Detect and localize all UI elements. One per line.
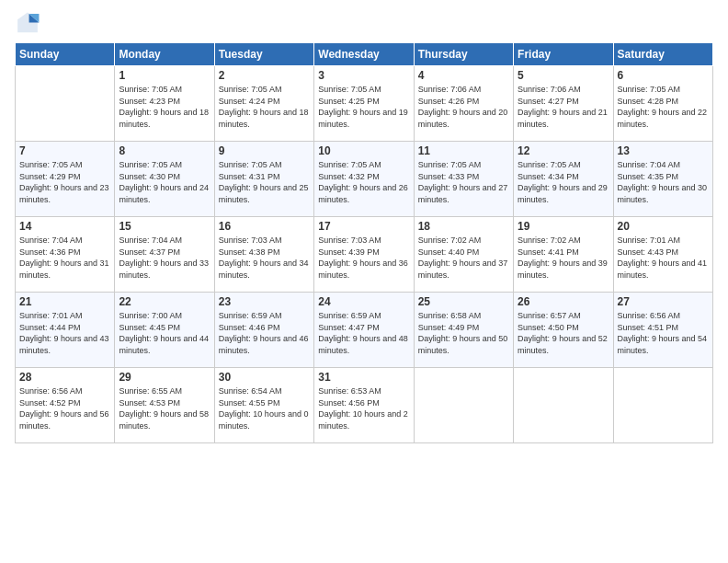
weekday-header-saturday: Saturday [613,43,712,66]
calendar-week-3: 14Sunrise: 7:04 AMSunset: 4:36 PMDayligh… [16,217,713,293]
day-number: 18 [418,220,509,233]
page-container: SundayMondayTuesdayWednesdayThursdayFrid… [0,0,728,451]
calendar-cell: 18Sunrise: 7:02 AMSunset: 4:40 PMDayligh… [414,217,513,293]
day-info: Sunrise: 6:58 AMSunset: 4:49 PMDaylight:… [418,310,509,356]
day-info: Sunrise: 6:57 AMSunset: 4:50 PMDaylight:… [518,310,609,356]
calendar-cell [16,66,115,142]
calendar-cell: 1Sunrise: 7:05 AMSunset: 4:23 PMDaylight… [115,66,214,142]
calendar-cell: 17Sunrise: 7:03 AMSunset: 4:39 PMDayligh… [314,217,414,293]
day-number: 10 [318,144,409,157]
calendar-cell: 30Sunrise: 6:54 AMSunset: 4:55 PMDayligh… [214,368,313,443]
calendar-cell: 14Sunrise: 7:04 AMSunset: 4:36 PMDayligh… [16,217,115,293]
day-number: 29 [119,371,210,384]
calendar-cell: 11Sunrise: 7:05 AMSunset: 4:33 PMDayligh… [414,142,513,217]
day-info: Sunrise: 7:01 AMSunset: 4:44 PMDaylight:… [19,310,110,356]
weekday-header-friday: Friday [514,43,613,66]
day-number: 4 [418,69,509,82]
calendar-cell: 29Sunrise: 6:55 AMSunset: 4:53 PMDayligh… [115,368,214,443]
header-row [15,11,713,37]
calendar-cell: 3Sunrise: 7:05 AMSunset: 4:25 PMDaylight… [314,66,414,142]
calendar-table: SundayMondayTuesdayWednesdayThursdayFrid… [15,42,713,443]
day-number: 6 [618,69,709,82]
day-info: Sunrise: 6:54 AMSunset: 4:55 PMDaylight:… [219,385,310,431]
calendar-cell: 28Sunrise: 6:56 AMSunset: 4:52 PMDayligh… [16,368,115,443]
day-number: 20 [618,220,709,233]
calendar-cell [514,368,613,443]
calendar-week-4: 21Sunrise: 7:01 AMSunset: 4:44 PMDayligh… [16,293,713,368]
day-info: Sunrise: 6:59 AMSunset: 4:47 PMDaylight:… [318,310,409,356]
calendar-cell: 22Sunrise: 7:00 AMSunset: 4:45 PMDayligh… [115,293,214,368]
day-number: 2 [219,69,310,82]
day-number: 1 [119,69,210,82]
day-info: Sunrise: 6:55 AMSunset: 4:53 PMDaylight:… [119,385,210,431]
day-number: 17 [318,220,409,233]
day-info: Sunrise: 6:56 AMSunset: 4:52 PMDaylight:… [19,385,110,431]
calendar-cell: 16Sunrise: 7:03 AMSunset: 4:38 PMDayligh… [214,217,313,293]
day-info: Sunrise: 6:59 AMSunset: 4:46 PMDaylight:… [219,310,310,356]
calendar-cell: 5Sunrise: 7:06 AMSunset: 4:27 PMDaylight… [514,66,613,142]
calendar-cell: 10Sunrise: 7:05 AMSunset: 4:32 PMDayligh… [314,142,414,217]
day-info: Sunrise: 7:05 AMSunset: 4:32 PMDaylight:… [318,159,409,205]
calendar-cell: 23Sunrise: 6:59 AMSunset: 4:46 PMDayligh… [214,293,313,368]
day-info: Sunrise: 7:00 AMSunset: 4:45 PMDaylight:… [119,310,210,356]
calendar-cell: 6Sunrise: 7:05 AMSunset: 4:28 PMDaylight… [613,66,712,142]
day-number: 8 [119,144,210,157]
calendar-week-5: 28Sunrise: 6:56 AMSunset: 4:52 PMDayligh… [16,368,713,443]
calendar-cell: 21Sunrise: 7:01 AMSunset: 4:44 PMDayligh… [16,293,115,368]
day-number: 24 [318,295,409,308]
calendar-week-2: 7Sunrise: 7:05 AMSunset: 4:29 PMDaylight… [16,142,713,217]
calendar-cell: 9Sunrise: 7:05 AMSunset: 4:31 PMDaylight… [214,142,313,217]
day-number: 11 [418,144,509,157]
calendar-cell: 4Sunrise: 7:06 AMSunset: 4:26 PMDaylight… [414,66,513,142]
weekday-header-thursday: Thursday [414,43,513,66]
day-info: Sunrise: 6:56 AMSunset: 4:51 PMDaylight:… [618,310,709,356]
day-info: Sunrise: 7:01 AMSunset: 4:43 PMDaylight:… [618,235,709,281]
calendar-cell: 27Sunrise: 6:56 AMSunset: 4:51 PMDayligh… [613,293,712,368]
day-info: Sunrise: 7:05 AMSunset: 4:24 PMDaylight:… [219,84,310,130]
day-info: Sunrise: 7:05 AMSunset: 4:28 PMDaylight:… [618,84,709,130]
weekday-header-row: SundayMondayTuesdayWednesdayThursdayFrid… [16,43,713,66]
calendar-cell: 2Sunrise: 7:05 AMSunset: 4:24 PMDaylight… [214,66,313,142]
calendar-cell: 20Sunrise: 7:01 AMSunset: 4:43 PMDayligh… [613,217,712,293]
day-info: Sunrise: 7:05 AMSunset: 4:29 PMDaylight:… [19,159,110,205]
day-number: 27 [618,295,709,308]
calendar-cell: 8Sunrise: 7:05 AMSunset: 4:30 PMDaylight… [115,142,214,217]
day-number: 9 [219,144,310,157]
day-number: 19 [518,220,609,233]
calendar-cell: 15Sunrise: 7:04 AMSunset: 4:37 PMDayligh… [115,217,214,293]
calendar-cell: 13Sunrise: 7:04 AMSunset: 4:35 PMDayligh… [613,142,712,217]
day-info: Sunrise: 7:05 AMSunset: 4:30 PMDaylight:… [119,159,210,205]
weekday-header-sunday: Sunday [16,43,115,66]
day-number: 16 [219,220,310,233]
weekday-header-tuesday: Tuesday [214,43,313,66]
calendar-cell: 26Sunrise: 6:57 AMSunset: 4:50 PMDayligh… [514,293,613,368]
day-number: 5 [518,69,609,82]
day-info: Sunrise: 7:05 AMSunset: 4:33 PMDaylight:… [418,159,509,205]
day-number: 28 [19,371,110,384]
calendar-cell: 7Sunrise: 7:05 AMSunset: 4:29 PMDaylight… [16,142,115,217]
day-number: 15 [119,220,210,233]
day-info: Sunrise: 7:05 AMSunset: 4:31 PMDaylight:… [219,159,310,205]
day-info: Sunrise: 7:04 AMSunset: 4:37 PMDaylight:… [119,235,210,281]
calendar-cell: 24Sunrise: 6:59 AMSunset: 4:47 PMDayligh… [314,293,414,368]
day-number: 31 [318,371,409,384]
logo-icon [15,11,40,37]
day-info: Sunrise: 7:04 AMSunset: 4:35 PMDaylight:… [618,159,709,205]
calendar-cell: 19Sunrise: 7:02 AMSunset: 4:41 PMDayligh… [514,217,613,293]
day-number: 25 [418,295,509,308]
day-number: 26 [518,295,609,308]
calendar-cell [414,368,513,443]
day-info: Sunrise: 7:02 AMSunset: 4:41 PMDaylight:… [518,235,609,281]
calendar-week-1: 1Sunrise: 7:05 AMSunset: 4:23 PMDaylight… [16,66,713,142]
day-number: 14 [19,220,110,233]
day-info: Sunrise: 7:02 AMSunset: 4:40 PMDaylight:… [418,235,509,281]
day-info: Sunrise: 7:06 AMSunset: 4:27 PMDaylight:… [518,84,609,130]
calendar-cell: 12Sunrise: 7:05 AMSunset: 4:34 PMDayligh… [514,142,613,217]
weekday-header-monday: Monday [115,43,214,66]
day-number: 22 [119,295,210,308]
day-info: Sunrise: 6:53 AMSunset: 4:56 PMDaylight:… [318,385,409,431]
day-info: Sunrise: 7:03 AMSunset: 4:38 PMDaylight:… [219,235,310,281]
day-number: 3 [318,69,409,82]
logo [15,11,44,37]
day-info: Sunrise: 7:03 AMSunset: 4:39 PMDaylight:… [318,235,409,281]
